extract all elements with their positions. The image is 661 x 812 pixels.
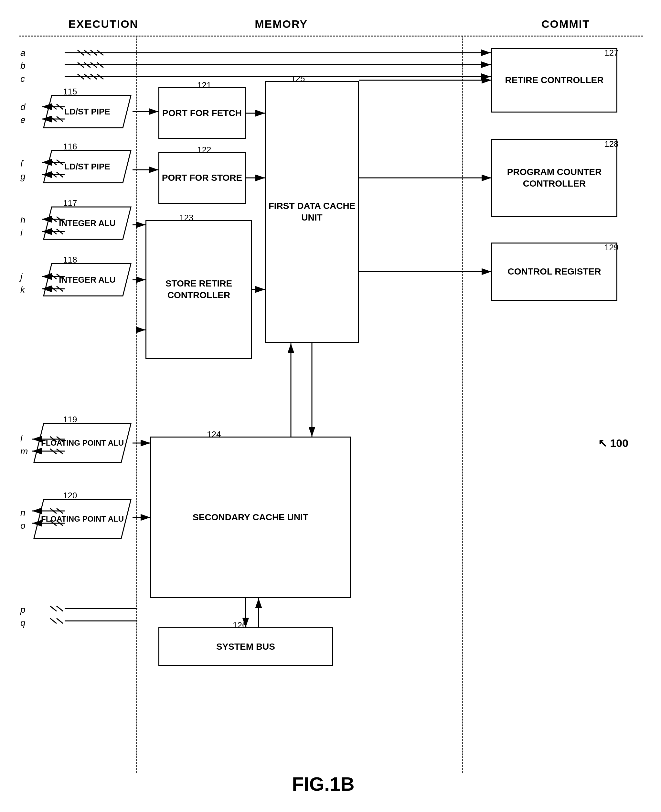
svg-line-54 [91, 74, 97, 79]
ld-st-pipe-2: LD/ST PIPE [42, 149, 133, 184]
ref-129: 129 [604, 243, 618, 253]
ref-119: 119 [63, 415, 77, 425]
signal-c: c [20, 74, 25, 84]
ref-100: ↖ 100 [598, 436, 628, 449]
svg-line-55 [97, 74, 104, 79]
signal-l: l [20, 433, 22, 444]
divider-mem-commit [462, 35, 463, 773]
svg-line-83 [57, 618, 63, 623]
ref-123: 123 [179, 213, 193, 223]
ref-118: 118 [63, 255, 77, 265]
svg-line-47 [97, 50, 104, 55]
ld-st-pipe-1: LD/ST PIPE [42, 94, 133, 129]
svg-line-48 [78, 62, 84, 67]
svg-line-44 [78, 50, 84, 55]
commit-header: COMMIT [504, 18, 627, 30]
ctrl-register: CONTROL REGISTER [491, 243, 617, 301]
divider-exec-mem [136, 35, 137, 773]
integer-alu-1: INTEGER ALU [42, 205, 133, 241]
first-data-cache: FIRST DATA CACHE UNIT [265, 81, 359, 343]
svg-line-52 [78, 74, 84, 79]
signal-e: e [20, 115, 26, 125]
ref-127: 127 [604, 48, 618, 58]
signal-a: a [20, 48, 26, 58]
top-dashed-line [19, 35, 643, 37]
svg-line-46 [91, 50, 97, 55]
ref-117: 117 [63, 198, 77, 208]
port-for-store: PORT FOR STORE [158, 152, 246, 204]
diagram: EXECUTION MEMORY COMMIT a b c d e f g h … [0, 0, 661, 812]
signal-f: f [20, 158, 23, 169]
port-for-fetch: PORT FOR FETCH [158, 87, 246, 139]
svg-line-45 [84, 50, 91, 55]
system-bus: SYSTEM BUS [158, 627, 333, 666]
signal-m: m [20, 446, 28, 457]
memory-header: MEMORY [220, 18, 343, 30]
signal-b: b [20, 61, 26, 71]
signal-i: i [20, 228, 22, 238]
signal-h: h [20, 215, 26, 225]
svg-line-49 [84, 62, 91, 67]
signal-n: n [20, 508, 26, 518]
signal-p: p [20, 605, 26, 615]
svg-line-50 [91, 62, 97, 67]
svg-line-51 [97, 62, 104, 67]
pc-controller: PROGRAM COUNTER CONTROLLER [491, 139, 617, 217]
secondary-cache: SECONDARY CACHE UNIT [150, 436, 351, 598]
signal-q: q [20, 618, 26, 628]
ref-121: 121 [197, 80, 211, 90]
svg-line-53 [84, 74, 91, 79]
ref-125: 125 [291, 74, 305, 84]
svg-line-81 [57, 606, 63, 611]
signal-k: k [20, 285, 25, 295]
signal-o: o [20, 521, 26, 531]
execution-header: EXECUTION [42, 18, 165, 30]
integer-alu-2: INTEGER ALU [42, 262, 133, 297]
ref-128: 128 [604, 139, 618, 149]
ref-116: 116 [63, 142, 77, 152]
retire-controller: RETIRE CONTROLLER [491, 48, 617, 112]
figure-label: FIG.1B [243, 773, 404, 795]
ref-120: 120 [63, 491, 77, 500]
signal-g: g [20, 171, 26, 182]
ref-122: 122 [197, 145, 211, 155]
ref-126: 126 [233, 620, 247, 630]
svg-line-80 [50, 606, 57, 611]
fp-alu-1: FLOATING POINT ALU [32, 422, 133, 464]
ref-124: 124 [207, 430, 221, 440]
fp-alu-2: FLOATING POINT ALU [32, 498, 133, 540]
signal-j: j [20, 272, 22, 282]
ref-115: 115 [63, 87, 77, 97]
svg-line-82 [50, 618, 57, 623]
signal-d: d [20, 102, 26, 112]
store-retire-controller: STORE RETIRE CONTROLLER [145, 220, 252, 359]
